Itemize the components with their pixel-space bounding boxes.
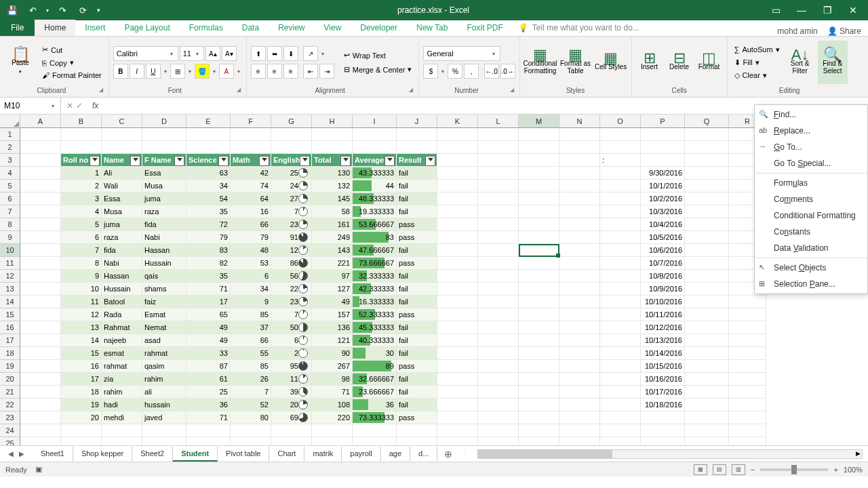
cell[interactable]: Name <box>102 154 142 167</box>
cell[interactable] <box>437 205 478 218</box>
cell[interactable]: najeeb <box>102 334 142 347</box>
cell[interactable]: 10/18/2016 <box>641 399 685 411</box>
cell[interactable] <box>559 218 600 231</box>
align-center-icon[interactable]: ≡ <box>267 64 282 79</box>
cell[interactable]: 34 <box>231 283 271 296</box>
qat-customize-icon[interactable]: ▾ <box>94 1 103 19</box>
sheet-tab[interactable]: Pivot table <box>218 447 269 462</box>
cell[interactable] <box>437 244 478 257</box>
cell[interactable] <box>478 244 519 257</box>
cell[interactable] <box>20 334 61 347</box>
cell[interactable]: 9 <box>231 296 271 308</box>
cell[interactable] <box>685 347 729 360</box>
cell[interactable] <box>519 167 559 180</box>
scroll-right-icon[interactable]: ▶ <box>856 450 861 457</box>
row-header[interactable]: 10 <box>0 244 20 257</box>
cell[interactable]: Nabi <box>142 231 186 244</box>
undo-icon[interactable]: ↶ <box>23 1 42 19</box>
cell[interactable] <box>437 373 478 386</box>
cell[interactable]: qais <box>142 270 186 283</box>
column-header[interactable]: A <box>20 115 61 128</box>
percent-icon[interactable]: % <box>448 64 462 79</box>
cell[interactable] <box>20 386 61 399</box>
cell[interactable]: 32.333333 <box>353 270 397 283</box>
cell[interactable]: pass <box>397 231 437 244</box>
cell[interactable] <box>729 308 766 321</box>
column-header[interactable]: H <box>312 115 353 128</box>
cell[interactable]: fail <box>397 321 437 334</box>
cell[interactable]: Essa <box>142 167 186 180</box>
cell[interactable]: 95 <box>271 360 312 373</box>
row-header[interactable]: 22 <box>0 399 20 411</box>
cell[interactable] <box>559 308 600 321</box>
column-header[interactable]: C <box>102 115 142 128</box>
cell[interactable] <box>685 231 729 244</box>
cell[interactable] <box>685 218 729 231</box>
cell[interactable]: Roll no <box>61 154 102 167</box>
sheet-tab[interactable]: Sheet1 <box>33 447 73 462</box>
row-header[interactable]: 19 <box>0 360 20 373</box>
cell[interactable] <box>519 308 559 321</box>
sheet-tab[interactable]: payroll <box>342 447 380 462</box>
format-cells-button[interactable]: ◫Format <box>696 41 723 84</box>
cell[interactable] <box>729 424 766 437</box>
cell[interactable] <box>641 437 685 445</box>
cell[interactable] <box>20 205 61 218</box>
cell[interactable] <box>437 180 478 192</box>
cell[interactable] <box>600 373 641 386</box>
cell[interactable] <box>61 424 102 437</box>
cell[interactable] <box>559 231 600 244</box>
cell[interactable]: Esmat <box>142 308 186 321</box>
cell[interactable] <box>600 399 641 411</box>
cell[interactable]: pass <box>397 360 437 373</box>
cell[interactable]: 49 <box>312 296 353 308</box>
cell[interactable] <box>437 192 478 205</box>
cell[interactable] <box>600 167 641 180</box>
enter-formula-icon[interactable]: ✓ <box>76 101 83 110</box>
cell[interactable]: fail <box>397 244 437 257</box>
row-header[interactable]: 25 <box>0 437 20 445</box>
cell[interactable] <box>186 141 231 154</box>
row-header[interactable]: 20 <box>0 373 20 386</box>
cell[interactable]: esmat <box>102 347 142 360</box>
column-header[interactable]: P <box>641 115 685 128</box>
cell[interactable] <box>600 360 641 373</box>
tab-developer[interactable]: Developer <box>351 20 407 36</box>
sheet-tab[interactable]: d... <box>410 447 437 462</box>
cell[interactable] <box>641 128 685 141</box>
column-header[interactable]: M <box>519 115 559 128</box>
cell[interactable]: 53 <box>231 257 271 270</box>
tab-page-layout[interactable]: Page Layout <box>115 20 179 36</box>
cell[interactable] <box>20 141 61 154</box>
cell[interactable] <box>729 437 766 445</box>
cell[interactable]: Batool <box>102 296 142 308</box>
cell[interactable]: fail <box>397 347 437 360</box>
zoom-slider[interactable] <box>760 468 828 471</box>
cell[interactable] <box>437 154 478 167</box>
cell[interactable]: 16 <box>231 205 271 218</box>
undo-dropdown-icon[interactable]: ▾ <box>43 1 52 19</box>
cell[interactable]: juma <box>142 192 186 205</box>
cell[interactable] <box>102 424 142 437</box>
cell[interactable]: 83 <box>186 244 231 257</box>
cell[interactable]: 25 <box>271 167 312 180</box>
cell[interactable]: 65 <box>186 308 231 321</box>
cell[interactable] <box>519 231 559 244</box>
cell[interactable] <box>478 180 519 192</box>
row-header[interactable]: 4 <box>0 167 20 180</box>
cell[interactable] <box>559 167 600 180</box>
page-layout-view-icon[interactable]: ▤ <box>713 464 726 475</box>
cell[interactable]: raza <box>102 231 142 244</box>
cell[interactable]: 85 <box>231 360 271 373</box>
cell[interactable]: 98 <box>312 373 353 386</box>
cell[interactable] <box>600 257 641 270</box>
cell[interactable]: 130 <box>312 167 353 180</box>
cell[interactable] <box>519 154 559 167</box>
cell[interactable]: Wali <box>102 180 142 192</box>
cell[interactable]: 8 <box>61 257 102 270</box>
cell[interactable] <box>559 141 600 154</box>
row-header[interactable]: 15 <box>0 308 20 321</box>
cell[interactable] <box>559 373 600 386</box>
cell[interactable] <box>271 128 312 141</box>
cell[interactable] <box>437 283 478 296</box>
